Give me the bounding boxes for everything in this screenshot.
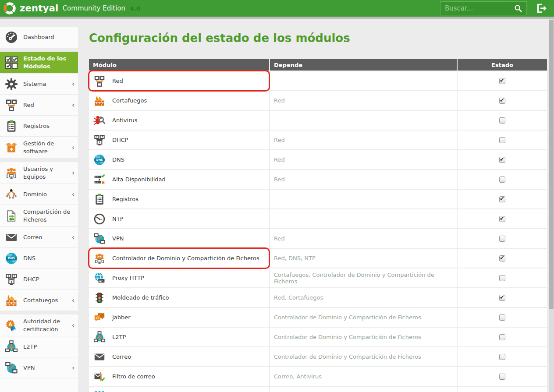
brand-name: zentyal <box>20 3 59 14</box>
users-computers-icon <box>5 166 18 180</box>
sidebar-item-cortafuegos[interactable]: Cortafuegos ‹ <box>0 290 78 311</box>
sidebar-item-usuarios-y-equipos[interactable]: Usuarios y Equipos ‹ <box>0 162 78 184</box>
depends-cell: Red, Cortafuegos <box>270 288 457 307</box>
table-row-correo: Correo Controlador de Dominio y Comparti… <box>89 347 548 366</box>
depends-cell: Cortafuegos, Controlador de Dominio y Co… <box>270 268 457 287</box>
l2tp-tunnel-icon <box>5 340 18 353</box>
module-status-checkbox[interactable] <box>499 98 505 104</box>
module-cell: NTP <box>89 209 269 228</box>
logout-button[interactable] <box>535 2 548 15</box>
search-input[interactable] <box>440 2 509 15</box>
sidebar-item-l2tp[interactable]: L2TP <box>0 336 78 357</box>
software-box-icon <box>5 141 18 154</box>
module-cell: Red <box>89 71 269 90</box>
dhcp-computers-icon <box>93 134 106 146</box>
sidebar-item-dhcp[interactable]: DHCP <box>0 268 78 290</box>
module-cell: Cortafuegos <box>89 91 269 110</box>
module-status-checkbox[interactable] <box>499 295 505 301</box>
table-row-dhcp: DHCP Red <box>89 131 548 149</box>
scrollbar-thumb[interactable] <box>549 20 554 309</box>
module-status-checkboxes-icon <box>5 56 18 69</box>
module-status-checkbox[interactable] <box>499 334 505 340</box>
chevron-left-icon: ‹ <box>70 297 75 304</box>
status-cell <box>458 91 547 110</box>
vpn-globe-icon <box>93 233 106 245</box>
status-cell <box>458 229 547 248</box>
module-status-checkbox[interactable] <box>499 216 505 222</box>
sidebar-item-registros[interactable]: Registros <box>0 115 78 136</box>
module-status-checkbox[interactable] <box>499 196 505 202</box>
status-cell <box>458 387 547 392</box>
clock-icon <box>93 213 106 225</box>
page-scrollbar[interactable] <box>549 19 554 392</box>
sidebar-item-correo[interactable]: Correo ‹ <box>0 226 78 247</box>
sidebar-item-dns[interactable]: DNS <box>0 247 78 268</box>
depends-cell: Red, DNS, NTP <box>270 249 457 268</box>
module-status-checkbox[interactable] <box>499 236 505 242</box>
depends-cell <box>270 190 457 208</box>
sidebar-item-autoridad-de-certificacion[interactable]: Autoridad de certificación ‹ <box>0 314 78 336</box>
depends-cell <box>270 209 457 228</box>
module-cell: Alta Disponibilidad <box>89 170 269 189</box>
module-status-checkbox[interactable] <box>499 275 505 281</box>
module-status-checkbox[interactable] <box>499 314 505 321</box>
sidebar-item-dominio[interactable]: Dominio ‹ <box>0 184 78 205</box>
depends-cell: Red <box>270 170 457 189</box>
mail-envelope-icon <box>5 231 18 244</box>
dashboard-gauge-icon <box>5 31 18 44</box>
sidebar-item-comparticion-de-ficheros[interactable]: Compartición de Ficheros <box>0 205 78 226</box>
table-row-registros: Registros <box>89 190 548 208</box>
status-cell <box>458 288 547 307</box>
sidebar: Dashboard Estado de los Módulos Sistema … <box>0 19 78 392</box>
table-row-moldeado-de-trafico: Moldeado de tráfico Red, Cortafuegos <box>89 288 548 307</box>
status-cell <box>458 71 547 90</box>
mail-filter-icon <box>93 371 106 383</box>
module-cell: Jabber <box>89 308 269 327</box>
module-status-checkbox[interactable] <box>499 354 505 360</box>
depends-cell: Correo, Antivirus <box>270 367 457 386</box>
sidebar-item-partial <box>0 378 78 392</box>
chevron-left-icon: ‹ <box>70 233 75 241</box>
module-status-checkbox[interactable] <box>499 374 505 380</box>
main-content: Configuración del estado de los módulos … <box>89 19 548 392</box>
module-cell: DHCP <box>89 131 269 149</box>
module-cell: DNS <box>89 150 269 169</box>
high-availability-icon <box>93 173 106 186</box>
sidebar-item-vpn[interactable]: VPN ‹ <box>0 357 78 378</box>
depends-cell: Controlador de Dominio y Compartición de… <box>270 308 457 327</box>
module-cell: Moldeado de tráfico <box>89 288 269 307</box>
sidebar-item-dashboard[interactable]: Dashboard <box>0 27 78 48</box>
sidebar-item-sistema[interactable]: Sistema ‹ <box>0 73 78 94</box>
search-button[interactable] <box>509 2 526 15</box>
module-cell: Correo <box>89 347 269 366</box>
module-status-checkbox[interactable] <box>499 157 505 163</box>
status-cell <box>458 308 547 327</box>
sidebar-item-gestion-de-software[interactable]: Gestión de software ‹ <box>0 136 78 158</box>
certificate-badge-icon <box>5 319 18 332</box>
table-row-ntp: NTP <box>89 209 548 228</box>
status-cell <box>458 367 547 386</box>
table-header: Módulo Depende Estado <box>89 59 548 71</box>
module-status-checkbox[interactable] <box>499 255 505 261</box>
depends-cell <box>270 71 457 90</box>
firewall-flame-icon <box>5 294 18 307</box>
module-status-checkbox[interactable] <box>499 78 505 84</box>
sidebar-item-red[interactable]: Red ‹ <box>0 94 78 115</box>
depends-cell: Red <box>270 131 457 149</box>
module-status-checkbox[interactable] <box>499 177 505 183</box>
status-cell <box>458 249 547 268</box>
file-sharing-icon <box>5 209 18 222</box>
module-cell: Filtro de correo <box>89 367 269 386</box>
brand-edition: Community Edition <box>63 4 125 12</box>
table-row-vpn: VPN Red <box>89 229 548 248</box>
l2tp-tunnel-icon <box>93 331 106 343</box>
vpn-globe-icon <box>5 361 18 374</box>
module-status-checkbox[interactable] <box>499 117 505 124</box>
gear-icon <box>5 78 18 91</box>
chevron-left-icon: ‹ <box>70 80 75 88</box>
module-status-checkbox[interactable] <box>499 137 505 143</box>
table-row-partial <box>89 387 548 392</box>
users-computers-icon <box>93 252 106 265</box>
sidebar-item-estado-de-los-modulos[interactable]: Estado de los Módulos <box>0 52 78 73</box>
module-cell <box>89 387 269 392</box>
